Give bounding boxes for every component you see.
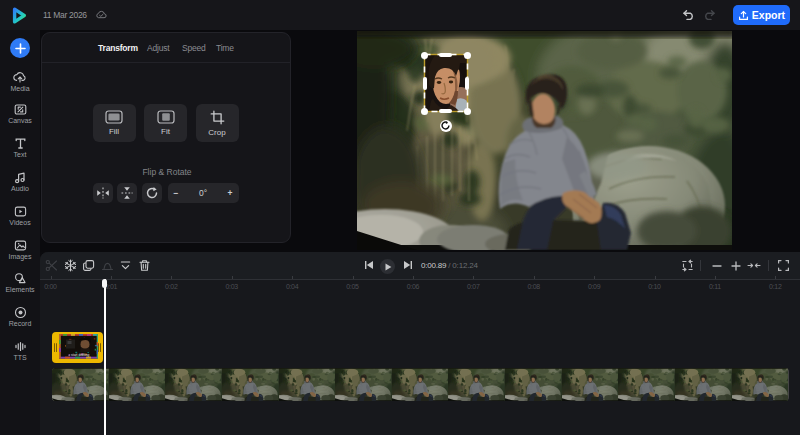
svg-text:♪ start drafting: ♪ start drafting xyxy=(68,353,89,357)
